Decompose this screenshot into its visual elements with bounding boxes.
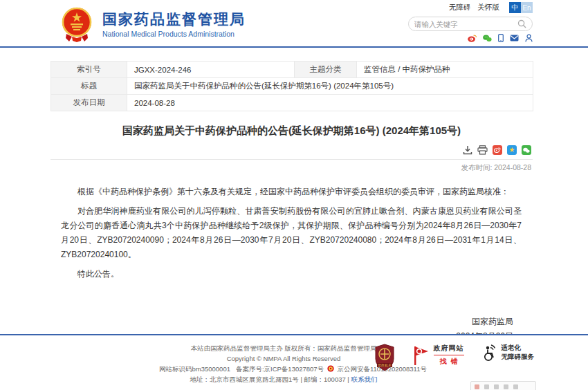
footer-address-line: 地址：北京市西城区展览路北露园1号 | 邮编：100037 | 联系我们 <box>159 374 408 384</box>
national-emblem-icon <box>59 6 94 42</box>
shield-label: 党政机关 <box>378 363 392 368</box>
weibo-share-icon[interactable] <box>493 145 502 155</box>
contact-us-link[interactable]: 联系我们 <box>351 375 377 383</box>
website-error-report-badge[interactable]: 政府网站 找错 <box>413 344 464 366</box>
mail-icon[interactable] <box>510 35 519 41</box>
qzone-share-icon[interactable]: ★ <box>507 145 517 155</box>
title-label: 标题 <box>51 78 127 95</box>
toolbar-icon[interactable] <box>494 384 499 389</box>
mobile-icon[interactable] <box>498 34 504 42</box>
publish-date-value: 2024-08-28 <box>127 95 533 111</box>
header-divider <box>0 46 588 48</box>
article-tools: ★ <box>50 145 533 155</box>
weibo-icon[interactable] <box>468 35 477 42</box>
error-badge-divider <box>434 355 464 355</box>
police-badge-icon <box>327 365 334 372</box>
subject-category-label: 主题分类 <box>295 62 357 78</box>
table-row: 发布日期 2024-08-28 <box>51 95 533 111</box>
index-number-value: JGXX-2024-246 <box>127 62 295 78</box>
wechat-share-icon[interactable] <box>522 145 531 155</box>
index-number-label: 索引号 <box>51 62 127 78</box>
government-shield-badge[interactable]: 党政机关 <box>374 344 395 371</box>
paragraph: 特此公告。 <box>61 267 522 281</box>
toolbar-icon[interactable] <box>484 384 489 389</box>
elderly-accessibility-badge[interactable]: 适老化 无障碍服务 <box>482 344 535 362</box>
footer-badges: 党政机关 政府网站 找错 <box>374 344 535 371</box>
table-row: 索引号 JGXX-2024-246 主题分类 监管信息 / 中药保护品种 <box>51 62 533 78</box>
paragraph: 对合肥华润神鹿药业有限公司的儿泻停颗粒、甘肃普安制药股份有限公司的宜肺止嗽合剂、… <box>61 204 522 262</box>
subject-category-value: 监管信息 / 中药保护品种 <box>357 62 533 78</box>
toolbar-icon[interactable] <box>504 384 508 389</box>
lang-en-button[interactable]: En <box>521 2 533 13</box>
search-icon[interactable] <box>517 19 526 28</box>
footer-copyright: Copyright © NMPA All Rights Reserved <box>159 353 408 364</box>
shield-icon: 党政机关 <box>374 344 395 371</box>
publish-date-label: 发布日期 <box>51 95 127 111</box>
wheelchair-icon <box>482 344 497 362</box>
article-body: 根据《中药品种保护条例》第十六条及有关规定，经国家中药品种保护审评委员会组织的委… <box>50 185 533 281</box>
page-title: 国家药监局关于中药保护品种的公告(延长保护期第16号) (2024年第105号) <box>50 124 533 138</box>
search-input[interactable] <box>414 20 517 28</box>
table-row: 标题 国家药监局关于中药保护品种的公告(延长保护期第16号) (2024年第10… <box>51 78 533 95</box>
site-logo-home-link[interactable]: 国家药品监督管理局 National Medical Products Admi… <box>59 6 246 42</box>
paragraph: 根据《中药品种保护条例》第十六条及有关规定，经国家中药品种保护审评委员会组织的委… <box>61 185 522 199</box>
toolbar-icon[interactable] <box>475 384 479 389</box>
footer-text: 本站由国家药品监督管理局主办 版权所有：国家药品监督管理局 Copyright … <box>159 343 408 384</box>
footer-registration-line: 网站标识码bm35000001 备案序号:京ICP备13027807号 京公网安… <box>159 364 408 374</box>
print-icon[interactable] <box>477 145 488 155</box>
lang-zh-button[interactable]: 中 <box>509 2 521 13</box>
wechat-icon[interactable] <box>483 35 492 42</box>
error-badge-bottom-label: 找错 <box>436 357 462 366</box>
title-divider <box>50 159 533 160</box>
signature-org: 国家药监局 <box>50 315 513 329</box>
icp-number: 备案序号:京ICP备13027807号 <box>236 365 324 373</box>
title-value: 国家药监局关于中药保护品种的公告(延长保护期第16号) (2024年第105号) <box>127 78 533 95</box>
elderly-badge-bottom-label: 无障碍服务 <box>502 353 535 362</box>
header-social-icons <box>408 34 533 42</box>
publish-time-value: 2024-08-28 <box>494 163 531 171</box>
publish-time-label: 发布时间: <box>461 163 492 171</box>
site-id-code: 网站标识码bm35000001 <box>159 365 230 373</box>
accessibility-link[interactable]: 无障碍 <box>449 3 471 12</box>
header-utility-links: 无障碍 关怀版 中 En <box>408 1 533 14</box>
site-header: 国家药品监督管理局 National Medical Products Admi… <box>0 0 588 46</box>
care-version-link[interactable]: 关怀版 <box>478 3 500 12</box>
elderly-badge-top-label: 适老化 <box>502 344 535 353</box>
user-icon[interactable] <box>525 34 533 42</box>
address-text: 地址：北京市西城区展览路北露园1号 | 邮编：100037 | <box>190 375 349 383</box>
floating-toolbar-partial[interactable] <box>470 381 536 390</box>
publish-time: 发布时间: 2024-08-28 <box>50 163 533 173</box>
site-search <box>408 17 533 31</box>
footer-host-line: 本站由国家药品监督管理局主办 版权所有：国家药品监督管理局 <box>159 343 408 353</box>
document-info-table: 索引号 JGXX-2024-246 主题分类 监管信息 / 中药保护品种 标题 … <box>50 61 533 111</box>
download-icon[interactable] <box>463 145 472 155</box>
error-badge-top-label: 政府网站 <box>434 344 464 353</box>
site-title-en: National Medical Products Administration <box>102 30 246 38</box>
site-title-zh: 国家药品监督管理局 <box>102 10 246 28</box>
main-content: 索引号 JGXX-2024-246 主题分类 监管信息 / 中药保护品种 标题 … <box>50 61 533 344</box>
error-flag-icon <box>413 346 430 365</box>
toolbar-icon[interactable] <box>513 384 518 389</box>
nmpa-announcement-page: 国家药品监督管理局 National Medical Products Admi… <box>0 0 588 390</box>
